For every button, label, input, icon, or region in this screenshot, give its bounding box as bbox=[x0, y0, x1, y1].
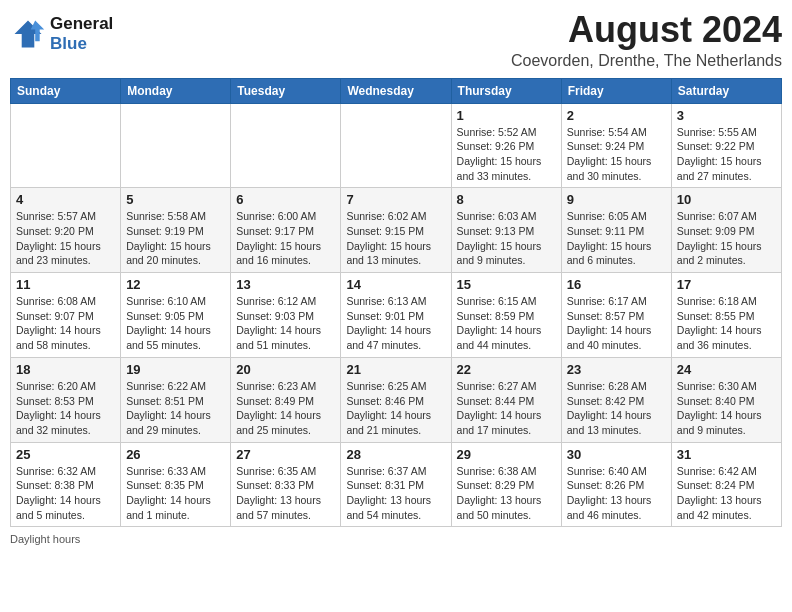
day-info: Sunrise: 6:25 AMSunset: 8:46 PMDaylight:… bbox=[346, 379, 445, 438]
day-cell: 11Sunrise: 6:08 AMSunset: 9:07 PMDayligh… bbox=[11, 273, 121, 358]
day-cell: 28Sunrise: 6:37 AMSunset: 8:31 PMDayligh… bbox=[341, 442, 451, 527]
day-number: 29 bbox=[457, 447, 556, 462]
day-number: 19 bbox=[126, 362, 225, 377]
day-cell: 1Sunrise: 5:52 AMSunset: 9:26 PMDaylight… bbox=[451, 103, 561, 188]
day-number: 14 bbox=[346, 277, 445, 292]
day-cell: 20Sunrise: 6:23 AMSunset: 8:49 PMDayligh… bbox=[231, 357, 341, 442]
footer-label: Daylight hours bbox=[10, 533, 80, 545]
day-info: Sunrise: 5:55 AMSunset: 9:22 PMDaylight:… bbox=[677, 125, 776, 184]
day-cell: 24Sunrise: 6:30 AMSunset: 8:40 PMDayligh… bbox=[671, 357, 781, 442]
day-number: 24 bbox=[677, 362, 776, 377]
day-info: Sunrise: 6:23 AMSunset: 8:49 PMDaylight:… bbox=[236, 379, 335, 438]
day-number: 11 bbox=[16, 277, 115, 292]
day-number: 25 bbox=[16, 447, 115, 462]
week-row-4: 18Sunrise: 6:20 AMSunset: 8:53 PMDayligh… bbox=[11, 357, 782, 442]
day-number: 12 bbox=[126, 277, 225, 292]
day-cell: 17Sunrise: 6:18 AMSunset: 8:55 PMDayligh… bbox=[671, 273, 781, 358]
day-number: 28 bbox=[346, 447, 445, 462]
day-number: 17 bbox=[677, 277, 776, 292]
week-row-1: 1Sunrise: 5:52 AMSunset: 9:26 PMDaylight… bbox=[11, 103, 782, 188]
day-number: 9 bbox=[567, 192, 666, 207]
col-header-friday: Friday bbox=[561, 78, 671, 103]
col-header-sunday: Sunday bbox=[11, 78, 121, 103]
day-cell: 30Sunrise: 6:40 AMSunset: 8:26 PMDayligh… bbox=[561, 442, 671, 527]
day-cell: 8Sunrise: 6:03 AMSunset: 9:13 PMDaylight… bbox=[451, 188, 561, 273]
day-number: 5 bbox=[126, 192, 225, 207]
day-info: Sunrise: 6:42 AMSunset: 8:24 PMDaylight:… bbox=[677, 464, 776, 523]
day-number: 31 bbox=[677, 447, 776, 462]
day-number: 4 bbox=[16, 192, 115, 207]
day-info: Sunrise: 6:05 AMSunset: 9:11 PMDaylight:… bbox=[567, 209, 666, 268]
day-info: Sunrise: 6:07 AMSunset: 9:09 PMDaylight:… bbox=[677, 209, 776, 268]
day-number: 22 bbox=[457, 362, 556, 377]
day-number: 13 bbox=[236, 277, 335, 292]
day-info: Sunrise: 6:27 AMSunset: 8:44 PMDaylight:… bbox=[457, 379, 556, 438]
day-cell: 14Sunrise: 6:13 AMSunset: 9:01 PMDayligh… bbox=[341, 273, 451, 358]
day-info: Sunrise: 6:12 AMSunset: 9:03 PMDaylight:… bbox=[236, 294, 335, 353]
day-info: Sunrise: 6:28 AMSunset: 8:42 PMDaylight:… bbox=[567, 379, 666, 438]
day-number: 20 bbox=[236, 362, 335, 377]
day-number: 21 bbox=[346, 362, 445, 377]
day-cell: 26Sunrise: 6:33 AMSunset: 8:35 PMDayligh… bbox=[121, 442, 231, 527]
day-number: 8 bbox=[457, 192, 556, 207]
day-cell: 7Sunrise: 6:02 AMSunset: 9:15 PMDaylight… bbox=[341, 188, 451, 273]
day-cell: 6Sunrise: 6:00 AMSunset: 9:17 PMDaylight… bbox=[231, 188, 341, 273]
day-cell bbox=[121, 103, 231, 188]
col-header-tuesday: Tuesday bbox=[231, 78, 341, 103]
day-info: Sunrise: 5:57 AMSunset: 9:20 PMDaylight:… bbox=[16, 209, 115, 268]
day-info: Sunrise: 6:37 AMSunset: 8:31 PMDaylight:… bbox=[346, 464, 445, 523]
calendar: SundayMondayTuesdayWednesdayThursdayFrid… bbox=[10, 78, 782, 528]
day-cell: 4Sunrise: 5:57 AMSunset: 9:20 PMDaylight… bbox=[11, 188, 121, 273]
day-cell: 3Sunrise: 5:55 AMSunset: 9:22 PMDaylight… bbox=[671, 103, 781, 188]
calendar-header-row: SundayMondayTuesdayWednesdayThursdayFrid… bbox=[11, 78, 782, 103]
day-info: Sunrise: 6:02 AMSunset: 9:15 PMDaylight:… bbox=[346, 209, 445, 268]
day-cell: 29Sunrise: 6:38 AMSunset: 8:29 PMDayligh… bbox=[451, 442, 561, 527]
week-row-3: 11Sunrise: 6:08 AMSunset: 9:07 PMDayligh… bbox=[11, 273, 782, 358]
col-header-monday: Monday bbox=[121, 78, 231, 103]
day-info: Sunrise: 6:33 AMSunset: 8:35 PMDaylight:… bbox=[126, 464, 225, 523]
col-header-wednesday: Wednesday bbox=[341, 78, 451, 103]
day-info: Sunrise: 6:32 AMSunset: 8:38 PMDaylight:… bbox=[16, 464, 115, 523]
day-info: Sunrise: 6:18 AMSunset: 8:55 PMDaylight:… bbox=[677, 294, 776, 353]
day-number: 15 bbox=[457, 277, 556, 292]
day-number: 10 bbox=[677, 192, 776, 207]
month-title: August 2024 bbox=[511, 10, 782, 50]
day-info: Sunrise: 6:22 AMSunset: 8:51 PMDaylight:… bbox=[126, 379, 225, 438]
day-cell: 13Sunrise: 6:12 AMSunset: 9:03 PMDayligh… bbox=[231, 273, 341, 358]
day-cell bbox=[341, 103, 451, 188]
day-info: Sunrise: 6:17 AMSunset: 8:57 PMDaylight:… bbox=[567, 294, 666, 353]
col-header-thursday: Thursday bbox=[451, 78, 561, 103]
day-info: Sunrise: 6:08 AMSunset: 9:07 PMDaylight:… bbox=[16, 294, 115, 353]
day-info: Sunrise: 6:38 AMSunset: 8:29 PMDaylight:… bbox=[457, 464, 556, 523]
day-cell: 19Sunrise: 6:22 AMSunset: 8:51 PMDayligh… bbox=[121, 357, 231, 442]
day-info: Sunrise: 6:00 AMSunset: 9:17 PMDaylight:… bbox=[236, 209, 335, 268]
logo-text: General Blue bbox=[50, 14, 113, 54]
day-number: 7 bbox=[346, 192, 445, 207]
day-cell: 18Sunrise: 6:20 AMSunset: 8:53 PMDayligh… bbox=[11, 357, 121, 442]
day-cell: 10Sunrise: 6:07 AMSunset: 9:09 PMDayligh… bbox=[671, 188, 781, 273]
day-cell: 23Sunrise: 6:28 AMSunset: 8:42 PMDayligh… bbox=[561, 357, 671, 442]
day-cell: 16Sunrise: 6:17 AMSunset: 8:57 PMDayligh… bbox=[561, 273, 671, 358]
day-cell: 27Sunrise: 6:35 AMSunset: 8:33 PMDayligh… bbox=[231, 442, 341, 527]
day-number: 27 bbox=[236, 447, 335, 462]
col-header-saturday: Saturday bbox=[671, 78, 781, 103]
logo: General Blue bbox=[10, 14, 113, 54]
day-cell: 5Sunrise: 5:58 AMSunset: 9:19 PMDaylight… bbox=[121, 188, 231, 273]
title-block: August 2024 Coevorden, Drenthe, The Neth… bbox=[511, 10, 782, 70]
day-info: Sunrise: 6:03 AMSunset: 9:13 PMDaylight:… bbox=[457, 209, 556, 268]
week-row-5: 25Sunrise: 6:32 AMSunset: 8:38 PMDayligh… bbox=[11, 442, 782, 527]
location: Coevorden, Drenthe, The Netherlands bbox=[511, 52, 782, 70]
day-cell: 21Sunrise: 6:25 AMSunset: 8:46 PMDayligh… bbox=[341, 357, 451, 442]
day-info: Sunrise: 6:13 AMSunset: 9:01 PMDaylight:… bbox=[346, 294, 445, 353]
day-cell: 31Sunrise: 6:42 AMSunset: 8:24 PMDayligh… bbox=[671, 442, 781, 527]
page-header: General Blue August 2024 Coevorden, Dren… bbox=[10, 10, 782, 70]
day-info: Sunrise: 5:52 AMSunset: 9:26 PMDaylight:… bbox=[457, 125, 556, 184]
day-cell: 22Sunrise: 6:27 AMSunset: 8:44 PMDayligh… bbox=[451, 357, 561, 442]
day-number: 3 bbox=[677, 108, 776, 123]
day-cell bbox=[11, 103, 121, 188]
day-number: 30 bbox=[567, 447, 666, 462]
day-cell: 25Sunrise: 6:32 AMSunset: 8:38 PMDayligh… bbox=[11, 442, 121, 527]
day-info: Sunrise: 6:15 AMSunset: 8:59 PMDaylight:… bbox=[457, 294, 556, 353]
day-number: 16 bbox=[567, 277, 666, 292]
day-number: 2 bbox=[567, 108, 666, 123]
